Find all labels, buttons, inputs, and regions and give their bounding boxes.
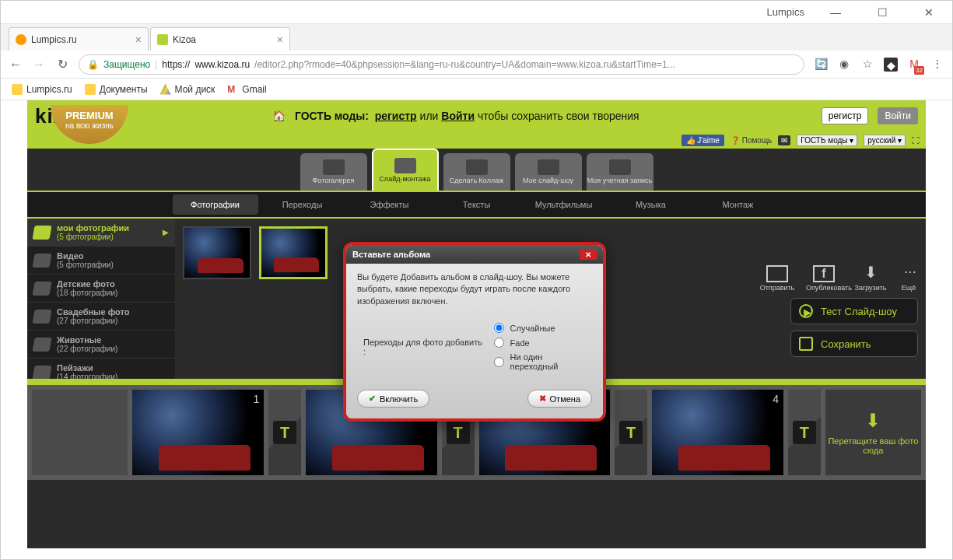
gmail-icon: M [227,84,238,95]
bookmark-drive[interactable]: Мой диск [160,84,215,95]
language-select[interactable]: русский ▾ [864,135,906,146]
radio-random[interactable]: Случайные [494,323,592,333]
browser-tab-kizoa[interactable]: Kizoa × [150,27,290,51]
gmail-icon[interactable]: M32 [907,58,921,72]
modal-title-bar[interactable]: Вставьте альбома ✕ [346,245,603,264]
sidebar-item-kids[interactable]: Детские фото(18 фотографии) [27,275,175,303]
insert-album-modal: Вставьте альбома ✕ Вы будете Добавить ал… [343,242,606,422]
transition-icon: T [793,421,816,444]
modal-title: Вставьте альбома [352,250,430,259]
radio-none[interactable]: Ни один переходный [494,352,592,371]
timeline-slide[interactable]: 4 [652,390,783,475]
favicon-icon [16,34,26,45]
subtab-photos[interactable]: Фотографии [173,194,258,215]
register-link[interactable]: регистр [375,110,417,122]
tab-slide-montage[interactable]: Слайд-монтажа [372,149,439,191]
tab-collage[interactable]: Сделать Коллаж [443,153,510,191]
modal-text: Вы будете Добавить альбом в слайд-шоу. В… [357,271,592,307]
tab-close-icon[interactable]: × [277,33,283,46]
sidebar-item-wedding[interactable]: Свадебные фото(27 фотографии) [27,303,175,331]
star-icon[interactable]: ☆ [860,58,874,72]
login-button[interactable]: Войти [878,107,918,124]
menu-icon[interactable]: ⋮ [930,58,944,72]
bookmarks-bar: Lumpics.ru Документы Мой диск MGmail [1,79,952,100]
subtab-music[interactable]: Музыка [608,194,694,215]
user-select[interactable]: ГОСТЬ моды ▾ [797,135,857,146]
tab-close-icon[interactable]: × [135,33,142,46]
subtab-transitions[interactable]: Переходы [260,194,345,215]
register-button[interactable]: регистр [822,107,869,124]
window-maximize[interactable]: ☐ [867,6,898,19]
timeline-drop-zone[interactable]: ⬇Перетащите ваш фото сюда [825,390,921,475]
help-link[interactable]: ❓ Помощь [731,136,772,145]
sidebar-item-video[interactable]: Видео(5 фотографии) [27,247,175,275]
publish-button[interactable]: fОпубликовать [806,265,842,292]
window-close[interactable]: ✕ [913,6,944,19]
nav-reload-icon[interactable]: ↻ [55,57,69,72]
timeline-spacer [32,390,128,475]
sidebar-item-animals[interactable]: Животные(22 фотографии) [27,331,175,359]
bookmark-documents[interactable]: Документы [85,84,148,95]
transition-icon: T [273,421,296,444]
subtab-cartoons[interactable]: Мультфильмы [521,194,607,215]
folder-icon [85,84,96,95]
download-button[interactable]: ⬇Загрузить [853,265,888,292]
mail-icon[interactable]: ✉ [778,135,790,145]
photo-thumbnail-selected[interactable] [259,226,328,279]
radio-input[interactable] [494,338,504,348]
window-minimize[interactable]: — [820,6,851,19]
bookmark-gmail[interactable]: MGmail [227,84,266,95]
extension-icon[interactable]: ◉ [837,58,851,72]
radio-input[interactable] [494,357,504,367]
lock-icon: 🔒 [87,59,99,70]
bookmark-lumpics[interactable]: Lumpics.ru [12,84,72,95]
album-icon [32,254,51,268]
slide-number: 4 [773,393,779,405]
tab-account[interactable]: Моя учетная запись [587,153,653,191]
sidebar-item-landscapes[interactable]: Пейзажи(14 фотографии) [27,359,175,379]
main-tabs: Фотогалерея Слайд-монтажа Сделать Коллаж… [27,149,926,192]
login-link[interactable]: Войти [441,110,475,122]
subtab-montage[interactable]: Монтаж [695,194,781,215]
subtab-effects[interactable]: Эффекты [347,194,433,215]
favicon-icon [157,34,168,45]
url-input[interactable]: 🔒 Защищено | https://www.kizoa.ru/editor… [79,54,804,75]
cancel-button[interactable]: ✖Отмена [527,390,592,408]
nav-back-icon[interactable]: ← [9,58,23,72]
tab-photogallery[interactable]: Фотогалерея [300,153,367,191]
timeline-transition[interactable]: T [615,390,647,475]
photo-thumbnail[interactable] [183,226,251,279]
browser-tab-lumpics[interactable]: Lumpics.ru × [9,27,149,51]
radio-fade[interactable]: Fade [494,338,592,348]
app-sub-bar: 👍 J'aime ❓ Помощь ✉ ГОСТЬ моды ▾ русский… [27,131,926,149]
test-slideshow-button[interactable]: ▶Тест Слайд-шоу [790,298,918,324]
translate-icon[interactable]: 🔄 [814,58,828,72]
mail-count-badge: 32 [914,66,924,75]
timeline-transition[interactable]: T [268,390,301,475]
album-icon [32,366,51,380]
send-button[interactable]: Отправить [759,265,795,292]
subtab-texts[interactable]: Тексты [434,194,520,215]
shield-icon[interactable]: ◆ [884,58,898,72]
window-title: Lumpics [767,6,804,18]
modal-close-button[interactable]: ✕ [580,249,597,260]
enable-button[interactable]: ✔Включить [357,390,429,408]
tab-my-slideshow[interactable]: Мое слайд-шоу [515,153,582,191]
album-icon [32,282,51,296]
timeline-transition[interactable]: T [788,390,821,475]
timeline-slide[interactable]: 1 [132,390,264,475]
radio-group-label: Переходы для фото добавить : [363,338,486,356]
radio-input[interactable] [494,323,504,333]
facebook-like-button[interactable]: 👍 J'aime [681,135,724,146]
nav-forward-icon[interactable]: → [32,58,46,72]
url-scheme: https:// [162,59,190,70]
kizoa-app: kiza 🏠 ГОСТЬ моды: регистр или Войти что… [27,100,926,548]
fullscreen-icon[interactable]: ⛶ [912,136,920,145]
app-header: kiza 🏠 ГОСТЬ моды: регистр или Войти что… [27,100,926,131]
sidebar-item-my-photos[interactable]: мои фотографии(5 фотографии) [27,219,175,247]
download-icon: ⬇ [860,265,881,282]
save-button[interactable]: Сохранить [790,331,918,357]
home-icon[interactable]: 🏠 [272,110,286,122]
more-button[interactable]: ⋯Ещё [899,265,918,292]
secure-label: Защищено [103,59,150,70]
